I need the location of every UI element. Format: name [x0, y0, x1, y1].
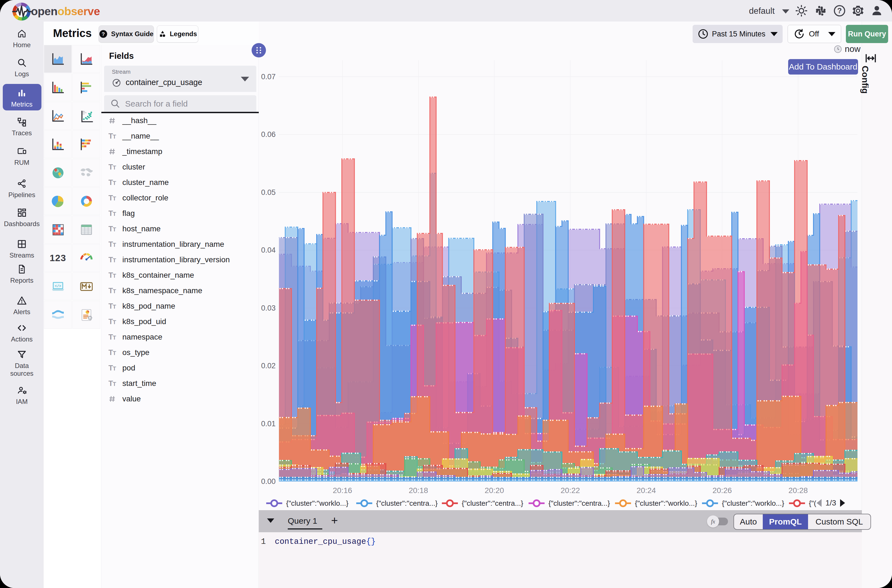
- svg-text:?: ?: [102, 31, 105, 37]
